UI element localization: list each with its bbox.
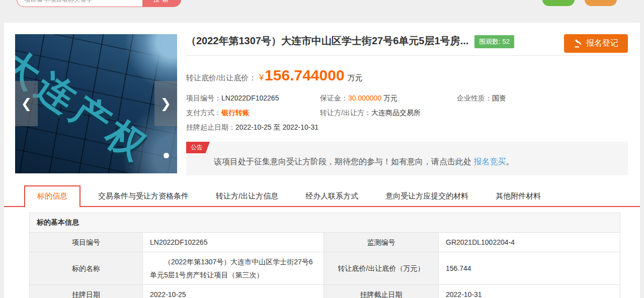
views-count-badge: 围观数: 52 <box>474 35 514 48</box>
carousel-prev-arrow[interactable]: ❮ <box>15 81 38 126</box>
basic-info-table: 标的基本信息 项目编号LN2022DF102265监测编号GR2021DL100… <box>29 213 620 298</box>
project-field: 项目编号：LN2022DF102265 <box>186 94 320 103</box>
top-bar: 搜索 <box>0 0 644 23</box>
carousel-dot-indicator[interactable] <box>164 153 169 158</box>
table-cell-label: 项目编号 <box>30 233 143 252</box>
table-cell-value: LN2022DF102265 <box>143 233 324 252</box>
tab-0[interactable]: 标的信息 <box>24 185 80 207</box>
topbar-green-button[interactable] <box>542 0 575 6</box>
field-suffix: 万元 <box>381 94 397 102</box>
table-cell-value: 156.744 <box>439 252 620 285</box>
project-field: 企业性质：国资 <box>457 94 628 103</box>
table-cell-label: 监测编号 <box>324 233 439 252</box>
project-field: 挂牌起止日期：2022-10-25 至 2022-10-31 <box>186 123 628 132</box>
title-divider <box>186 55 628 56</box>
tab-1[interactable]: 交易条件与受让方资格条件 <box>85 186 202 206</box>
field-value: 2022-10-25 至 2022-10-31 <box>235 123 318 131</box>
table-row: 挂牌日期2022-10-25挂牌截止日期2022-10-31 <box>30 285 620 298</box>
currency-symbol: ¥ <box>259 73 264 82</box>
project-field: 转让方/出让方：大连商品交易所 <box>320 109 457 118</box>
field-value: 银行转账 <box>221 109 250 117</box>
tab-3[interactable]: 经办人联系方式 <box>292 186 372 206</box>
tab-5[interactable]: 其他附件材料 <box>482 186 554 206</box>
table-section-title: 标的基本信息 <box>30 213 620 233</box>
table-cell-value: 2022-10-31 <box>439 285 620 298</box>
table-cell-value: 2022-10-25 <box>143 285 324 298</box>
gavel-icon <box>574 39 583 48</box>
field-value: 30.000000 <box>348 94 381 102</box>
detail-tabs: 标的信息交易条件与受让方资格条件转让方/出让方信息经办人联系方式意向受让方应提交… <box>4 187 640 207</box>
field-value: 国资 <box>492 94 506 102</box>
field-label: 企业性质： <box>457 94 492 102</box>
project-fields: 项目编号：LN2022DF102265保证金：30.000000 万元企业性质：… <box>186 94 628 132</box>
carousel-next-arrow[interactable]: ❯ <box>154 81 177 126</box>
table-row: 标的名称（2022年第1307号）大连市中山区学士街27号6单元5层1号房产转让… <box>30 252 620 285</box>
notice-flag: 公告 <box>186 142 210 153</box>
field-label: 项目编号： <box>186 94 221 102</box>
project-field: 保证金：30.000000 万元 <box>320 94 457 103</box>
table-cell-label: 标的名称 <box>30 252 143 285</box>
listing-card: 大连产权 ❮ ❯ （2022年第1307号）大连市中山区学士街27号6单元5层1… <box>4 23 640 298</box>
notice-text-suffix: 。 <box>506 157 514 166</box>
price-row: 转让底价/出让底价： ¥ 156.744000 万元 <box>186 67 628 84</box>
price-label: 转让底价/出让底价： <box>186 73 256 83</box>
listing-image-carousel: 大连产权 ❮ ❯ <box>15 34 177 173</box>
table-row: 项目编号LN2022DF102265监测编号GR2021DL1002204-4 <box>30 233 620 252</box>
page-title: （2022年第1307号）大连市中山区学士街27号6单元5层1号房... <box>186 34 468 48</box>
search-input[interactable] <box>17 0 142 7</box>
notice-box: 公告 该项目处于征集意向受让方阶段，期待您的参与！如有意向，请点击此处 报名竞买… <box>186 142 628 175</box>
field-label: 支付方式： <box>186 109 221 117</box>
basic-info-table-wrap: 标的基本信息 项目编号LN2022DF102265监测编号GR2021DL100… <box>29 213 620 298</box>
tab-2[interactable]: 转让方/出让方信息 <box>202 186 292 206</box>
price-value: 156.744000 <box>265 67 345 84</box>
table-cell-label: 转让底价/出让底价（万元） <box>324 252 439 285</box>
field-label: 转让方/出让方： <box>320 109 371 117</box>
signup-button-label: 报名登记 <box>586 38 618 49</box>
notice-text: 该项目处于征集意向受让方阶段，期待您的参与！如有意向，请点击此处 报名竞买。 <box>214 157 618 167</box>
field-value: 大连商品交易所 <box>371 109 421 117</box>
field-value: LN2022DF102265 <box>221 94 279 102</box>
listing-detail-panel: （2022年第1307号）大连市中山区学士街27号6单元5层1号房... 围观数… <box>186 34 628 175</box>
table-cell-value: GR2021DL1002204-4 <box>439 233 620 252</box>
field-label: 保证金： <box>320 94 348 102</box>
table-cell-label: 挂牌日期 <box>30 285 143 298</box>
table-cell-label: 挂牌截止日期 <box>324 285 439 298</box>
notice-text-main: 该项目处于征集意向受让方阶段，期待您的参与！如有意向，请点击此处 <box>214 157 473 166</box>
table-cell-value: （2022年第1307号）大连市中山区学士街27号6单元5层1号房产转让项目（第… <box>143 252 324 285</box>
project-field: 支付方式：银行转账 <box>186 109 320 118</box>
tab-4[interactable]: 意向受让方应提交的材料 <box>372 186 482 206</box>
signup-bid-link[interactable]: 报名竞买 <box>473 157 506 166</box>
topbar-orange-button[interactable] <box>585 0 617 6</box>
price-unit: 万元 <box>348 73 363 83</box>
search-group: 搜索 <box>17 0 181 7</box>
search-button[interactable]: 搜索 <box>142 0 181 7</box>
signup-register-button[interactable]: 报名登记 <box>564 34 628 53</box>
field-label: 挂牌起止日期： <box>186 123 235 131</box>
